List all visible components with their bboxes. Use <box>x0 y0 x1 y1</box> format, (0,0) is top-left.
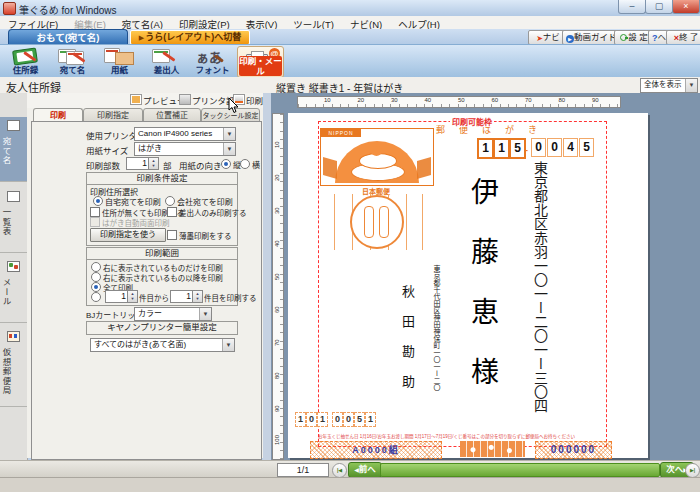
video-guide-button[interactable]: ▶動画ガイド <box>562 30 620 45</box>
print-range-header: 印刷範囲 <box>87 248 237 260</box>
app-window: 筆ぐるめ for Windows – ▢ × ファイル(F)編集(E)宛て名(A… <box>0 0 700 492</box>
range-from-stepper[interactable]: ▲▼ <box>127 290 138 303</box>
close-button[interactable]: × <box>672 0 700 14</box>
range-to-label: 件目を印刷する <box>204 292 257 303</box>
recipient-name: 伊藤恵様 <box>462 177 502 437</box>
switch-to-back-button[interactable]: ▶うら(レイアウト)へ切替 <box>130 30 250 45</box>
dropdown-arrow-icon: ▼ <box>222 339 234 351</box>
thin-ink-checkbox[interactable]: 薄墨印刷をする <box>167 230 232 241</box>
range-custom-radio[interactable] <box>91 292 103 303</box>
record-slider-track[interactable] <box>380 463 660 477</box>
record-nav-bar: 1/1 |◀ ◀前へ 次へ▶ ▶| <box>0 460 700 478</box>
use-print-spec-button[interactable]: 印刷指定を使う <box>90 228 166 242</box>
printable-frame-label: 印刷可能枠 <box>450 116 494 127</box>
bj-cartridge-select[interactable]: カラー ▼ <box>134 307 212 321</box>
back-arrow-icon: ▶ <box>139 34 144 41</box>
toolbar-print-mail[interactable]: @ 印刷・メール <box>237 46 284 78</box>
ruler-tick-label: 30 <box>391 97 398 103</box>
tab-front-address[interactable]: おもて(宛て名) <box>8 29 128 45</box>
ruler-tick-label: 40 <box>425 97 432 103</box>
exit-button[interactable]: ×終 了 <box>666 30 700 45</box>
font-icon: ぁあ <box>190 46 235 65</box>
zip-hyphen: - <box>525 145 528 155</box>
postcard-preview[interactable]: 印刷可能枠 郵便はがき NIPPON 日本郵便 <box>288 113 648 458</box>
ruler-tick-label: 100 <box>274 435 280 445</box>
canon-quick-header: キヤノンプリンター簡単設定 <box>87 322 237 333</box>
record-page-indicator: 1/1 <box>277 463 329 477</box>
preview-area: 102030405060708090 102030405060708090100… <box>271 93 700 460</box>
office-address-radio[interactable]: 会社宛てを印刷 <box>165 196 233 207</box>
last-record-button[interactable]: ▶| <box>685 463 700 478</box>
sender-address: 東京都千代田区神田神保町一〇一ー二〇 <box>431 265 441 397</box>
sender-card-icon <box>144 46 189 65</box>
printer-select[interactable]: Canon iP4900 series ▼ <box>134 127 236 141</box>
ruler-tick-label: 50 <box>458 97 465 103</box>
title-bar: 筆ぐるめ for Windows – ▢ × <box>0 0 700 17</box>
ruler-tick-label: 80 <box>274 369 280 379</box>
preview-button[interactable]: プレビュー <box>130 94 186 107</box>
toolbar-address-book[interactable]: 住所録 <box>3 46 48 76</box>
addressee-cards-icon <box>50 46 95 65</box>
side-tab-list[interactable]: 一覧表 <box>0 188 27 253</box>
maximize-button[interactable]: ▢ <box>645 0 673 14</box>
list-tab-icon <box>7 191 20 202</box>
app-icon <box>3 2 16 15</box>
paper-size-select[interactable]: はがき ▼ <box>134 142 236 156</box>
lottery-group-number: A0000組 <box>310 441 442 459</box>
zip-digit: 5 <box>579 138 594 157</box>
play-icon: ▶ <box>566 35 574 43</box>
dropdown-arrow-icon: ▼ <box>223 128 235 140</box>
copies-stepper[interactable]: ▲▼ <box>148 157 159 170</box>
toolbar-font[interactable]: ぁあ フォント <box>190 46 235 76</box>
virtual-post-tab-icon <box>7 331 20 342</box>
zoom-select[interactable]: 全体を表示 ▼ <box>640 78 698 93</box>
lottery-art-block <box>460 441 525 457</box>
ruler-tick-label: 10 <box>324 97 331 103</box>
sender-zip-digit: 1 <box>317 412 328 427</box>
toolbar-addressee[interactable]: 宛て名 <box>50 46 95 76</box>
toolbar-sender[interactable]: 差出人 <box>144 46 189 76</box>
range-from-input[interactable]: 1 <box>105 290 129 303</box>
horizontal-ruler: 102030405060708090 <box>297 96 621 108</box>
prev-record-button[interactable]: ◀前へ <box>348 462 382 478</box>
print-condition-header: 印刷条件設定 <box>87 173 237 185</box>
range-to-input[interactable]: 1 <box>170 290 194 303</box>
minimize-button[interactable]: – <box>618 0 646 14</box>
copies-unit-label: 部 <box>163 159 172 171</box>
ruler-tick-label: 20 <box>274 171 280 181</box>
home-address-radio[interactable]: 自宅宛てを印刷 <box>93 196 161 207</box>
preview-icon <box>130 94 142 105</box>
ruler-tick-label: 40 <box>274 237 280 247</box>
side-tab-mail[interactable]: メール <box>0 258 27 323</box>
ruler-tick-label: 10 <box>274 138 280 148</box>
range-from-label: 件目から <box>139 292 169 303</box>
toolbar-paper[interactable]: 用紙 <box>97 46 142 76</box>
zip-digit: 1 <box>477 138 494 159</box>
ruler-tick-label: 60 <box>492 97 499 103</box>
sender-zip-digit: 1 <box>295 412 306 427</box>
canon-quick-select[interactable]: すべてのはがき(あて名面) ▼ <box>90 338 235 352</box>
status-bar <box>0 477 700 492</box>
copies-input[interactable]: 1 <box>126 157 150 170</box>
mail-tab-icon <box>7 261 20 272</box>
zip-digit: 0 <box>531 138 546 157</box>
sender-name: 秋田勘助 <box>398 285 417 405</box>
orientation-landscape-radio[interactable]: 横 <box>240 159 260 170</box>
lottery-note: お年玉くじ抽せん日 1月16日/お年玉お渡し期間 1月17日〜7月19日/くじ番… <box>318 433 610 439</box>
range-to-stepper[interactable]: ▲▼ <box>192 290 203 303</box>
recipient-address: 東京都北区赤羽一〇一ー二〇一ー三〇四 <box>530 161 550 451</box>
addressee-tab-icon <box>7 120 20 131</box>
sender-zip-digit: 5 <box>354 412 365 427</box>
first-record-button[interactable]: |◀ <box>332 463 347 478</box>
side-tab-virtual-post[interactable]: 仮想郵便局 <box>0 328 27 407</box>
side-tab-addressee[interactable]: 宛て名 <box>0 117 27 182</box>
sender-only-checkbox[interactable]: 差出人のみ印刷する <box>167 207 247 218</box>
orientation-portrait-radio[interactable]: 縦 <box>221 159 241 170</box>
sub-header: 友人住所録 縦置き 縦書き1 - 年賀はがき 全体を表示 ▼ <box>0 77 700 94</box>
ruler-tick-label: 80 <box>559 97 566 103</box>
copies-label: 印刷部数 <box>86 159 120 171</box>
ruler-tick-label: 90 <box>274 402 280 412</box>
ruler-tick-label: 70 <box>274 336 280 346</box>
paper-envelope-icon <box>97 46 142 65</box>
dropdown-arrow-icon: ▼ <box>685 79 697 92</box>
